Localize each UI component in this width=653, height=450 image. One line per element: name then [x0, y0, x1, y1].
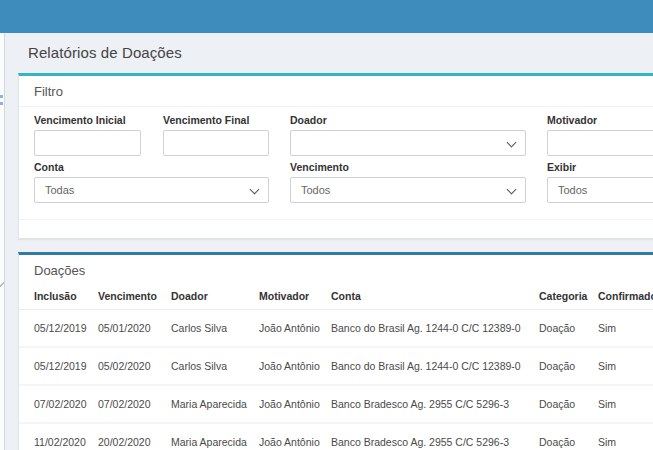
table-row: 11/02/202020/02/2020Maria AparecidaJoão …	[19, 423, 653, 450]
field-exibir: Exibir Todos	[547, 161, 653, 203]
conta-select-value: Todas	[45, 178, 74, 202]
table-cell: 11/02/2020	[19, 423, 98, 450]
vencimento-final-label: Vencimento Final	[163, 114, 269, 126]
table-cell: Banco do Brasil Ag. 1244-0 C/C 12389-0	[331, 347, 539, 385]
table-cell: Doação	[539, 423, 598, 450]
field-vencimento: Vencimento Todos	[290, 161, 526, 203]
exibir-label: Exibir	[547, 161, 653, 173]
exibir-select-value: Todos	[558, 178, 587, 202]
doador-select[interactable]	[290, 130, 526, 156]
vencimento-select[interactable]: Todos	[290, 177, 526, 203]
field-conta: Conta Todas	[34, 161, 269, 203]
table-row: 05/12/201905/02/2020Carlos SilvaJoão Ant…	[19, 347, 653, 385]
vencimento-inicial-label: Vencimento Inicial	[34, 114, 141, 126]
table-cell: Doação	[539, 385, 598, 423]
chevron-down-icon	[250, 185, 260, 195]
column-header: Conta	[331, 285, 539, 310]
table-cell: 07/02/2020	[19, 385, 98, 423]
table-cell: Maria Aparecida	[171, 423, 259, 450]
table-cell: Sim	[598, 423, 653, 450]
table-cell: 20/02/2020	[98, 423, 171, 450]
chevron-down-icon	[507, 185, 517, 195]
field-doador: Doador	[290, 114, 526, 156]
table-cell: Banco do Brasil Ag. 1244-0 C/C 12389-0	[331, 310, 539, 348]
field-vencimento-inicial: Vencimento Inicial	[34, 114, 141, 156]
table-cell: Maria Aparecida	[171, 385, 259, 423]
table-cell: Banco Bradesco Ag. 2955 C/C 5296-3	[331, 385, 539, 423]
table-cell: 05/12/2019	[19, 347, 98, 385]
table-cell: Sim	[598, 385, 653, 423]
filter-footer-divider	[19, 219, 653, 220]
motivador-input[interactable]	[547, 130, 653, 156]
column-header: Motivador	[259, 285, 331, 310]
conta-select[interactable]: Todas	[34, 177, 269, 203]
vencimento-select-value: Todos	[301, 178, 330, 202]
table-cell: Banco Bradesco Ag. 2955 C/C 5296-3	[331, 423, 539, 450]
table-header-row: InclusãoVencimentoDoadorMotivadorContaCa…	[19, 285, 653, 310]
table-cell: Carlos Silva	[171, 310, 259, 348]
donations-panel: Doações InclusãoVencimentoDoadorMotivado…	[18, 252, 653, 450]
donations-table: InclusãoVencimentoDoadorMotivadorContaCa…	[19, 285, 653, 450]
vencimento-inicial-input[interactable]	[34, 130, 141, 156]
column-header: Vencimento	[98, 285, 171, 310]
table-cell: Carlos Silva	[171, 347, 259, 385]
conta-label: Conta	[34, 161, 269, 173]
column-header: Doador	[171, 285, 259, 310]
table-cell: João Antônio	[259, 423, 331, 450]
column-header: Inclusão	[19, 285, 98, 310]
table-cell: João Antônio	[259, 385, 331, 423]
filter-panel: Filtro Vencimento Inicial Vencimento Fin…	[18, 73, 653, 239]
table-cell: Doação	[539, 310, 598, 348]
vencimento-label: Vencimento	[290, 161, 526, 173]
doador-label: Doador	[290, 114, 526, 126]
field-vencimento-final: Vencimento Final	[163, 114, 269, 156]
chevron-down-icon	[507, 138, 517, 148]
table-cell: João Antônio	[259, 347, 331, 385]
motivador-label: Motivador	[547, 114, 653, 126]
sidebar-link-fragment[interactable]	[0, 102, 3, 105]
table-cell: Sim	[598, 310, 653, 348]
donations-panel-title: Doações	[19, 255, 653, 285]
column-header: Confirmado	[598, 285, 653, 310]
top-navbar	[0, 0, 653, 33]
table-cell: 05/02/2020	[98, 347, 171, 385]
column-header: Categoria	[539, 285, 598, 310]
table-cell: Doação	[539, 347, 598, 385]
table-cell: 05/12/2019	[19, 310, 98, 348]
page-title: Relatórios de Doações	[28, 44, 182, 61]
table-cell: Sim	[598, 347, 653, 385]
filter-panel-title: Filtro	[19, 76, 653, 107]
sidebar-link-fragment[interactable]	[0, 95, 3, 98]
field-motivador: Motivador	[547, 114, 653, 156]
table-row: 07/02/202007/02/2020Maria AparecidaJoão …	[19, 385, 653, 423]
collapsed-sidebar[interactable]	[0, 33, 5, 450]
table-cell: 05/01/2020	[98, 310, 171, 348]
chevron-down-icon	[0, 279, 4, 287]
table-cell: João Antônio	[259, 310, 331, 348]
table-row: 05/12/201905/01/2020Carlos SilvaJoão Ant…	[19, 310, 653, 348]
vencimento-final-input[interactable]	[163, 130, 269, 156]
table-cell: 07/02/2020	[98, 385, 171, 423]
exibir-select[interactable]: Todos	[547, 177, 653, 203]
